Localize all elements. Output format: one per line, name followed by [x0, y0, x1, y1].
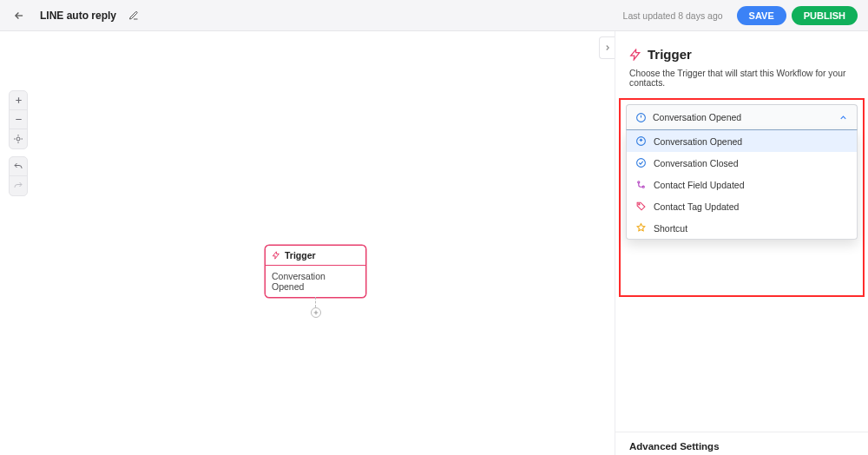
chevron-right-icon — [603, 43, 612, 52]
last-updated-text: Last updated 8 days ago — [623, 10, 723, 21]
undo-button[interactable] — [10, 157, 27, 176]
zoom-out-button[interactable] — [10, 110, 27, 129]
trigger-option[interactable]: Contact Tag Updated — [627, 195, 857, 217]
shortcut-icon — [635, 222, 647, 234]
chevron-up-icon — [838, 113, 848, 122]
edit-title-button[interactable] — [128, 10, 139, 21]
redo-button[interactable] — [10, 176, 27, 195]
trigger-node-header: Trigger — [266, 246, 365, 266]
svg-point-4 — [638, 181, 640, 183]
field-icon — [635, 179, 647, 190]
back-button[interactable] — [10, 7, 28, 24]
trigger-option[interactable]: Shortcut — [627, 217, 857, 239]
svg-point-6 — [639, 204, 640, 205]
svg-point-3 — [637, 159, 646, 168]
trigger-option-label: Contact Tag Updated — [654, 201, 739, 212]
collapse-panel-button[interactable] — [599, 36, 615, 59]
save-button[interactable]: SAVE — [737, 6, 786, 25]
plus-icon — [312, 309, 319, 316]
panel-title: Trigger — [648, 47, 692, 62]
add-step-button[interactable] — [311, 307, 321, 318]
trigger-dropdown: Conversation OpenedConversation ClosedCo… — [626, 130, 858, 240]
trigger-option-label: Conversation Closed — [654, 158, 738, 168]
trigger-option-label: Conversation Opened — [654, 136, 742, 147]
trigger-select[interactable]: Conversation Opened — [626, 104, 858, 130]
advanced-settings-label: Advanced Settings — [629, 441, 854, 452]
conversation-opened-icon — [635, 112, 647, 123]
canvas-background — [0, 31, 615, 455]
zoom-in-button[interactable] — [10, 91, 27, 110]
trigger-select-highlight: Conversation Opened Conversation OpenedC… — [619, 98, 865, 297]
svg-point-5 — [642, 186, 644, 188]
trigger-node[interactable]: Trigger Conversation Opened — [265, 245, 366, 298]
publish-button[interactable]: PUBLISH — [792, 6, 858, 25]
trigger-node-title: Trigger — [285, 250, 316, 260]
convo-open-icon — [635, 135, 647, 147]
advanced-settings-section[interactable]: Advanced Settings — [615, 432, 868, 455]
pencil-icon — [128, 10, 139, 21]
trigger-panel: Trigger Choose the Trigger that will sta… — [615, 31, 868, 455]
workflow-canvas[interactable]: Trigger Conversation Opened — [0, 31, 615, 455]
minus-icon — [14, 115, 23, 124]
node-connector — [311, 297, 321, 318]
redo-icon — [13, 181, 23, 191]
trigger-select-value: Conversation Opened — [653, 112, 832, 122]
trigger-node-body: Conversation Opened — [266, 266, 365, 297]
trigger-option-label: Contact Field Updated — [654, 180, 744, 190]
convo-close-icon — [635, 157, 647, 168]
top-bar: LINE auto reply Last updated 8 days ago … — [0, 0, 868, 31]
panel-description: Choose the Trigger that will start this … — [615, 69, 868, 98]
tag-icon — [635, 201, 647, 212]
svg-point-0 — [16, 137, 20, 141]
canvas-tool-rail — [9, 90, 28, 203]
bolt-icon — [629, 49, 641, 61]
undo-icon — [13, 162, 23, 172]
plus-icon — [14, 96, 23, 105]
trigger-option-label: Shortcut — [654, 223, 687, 234]
trigger-option[interactable]: Conversation Closed — [627, 152, 857, 174]
bolt-icon — [272, 251, 280, 260]
trigger-option[interactable]: Contact Field Updated — [627, 174, 857, 195]
arrow-left-icon — [13, 10, 25, 22]
trigger-option[interactable]: Conversation Opened — [627, 130, 857, 152]
fit-view-button[interactable] — [10, 129, 27, 148]
workflow-title: LINE auto reply — [40, 10, 116, 22]
crosshair-icon — [13, 134, 23, 144]
